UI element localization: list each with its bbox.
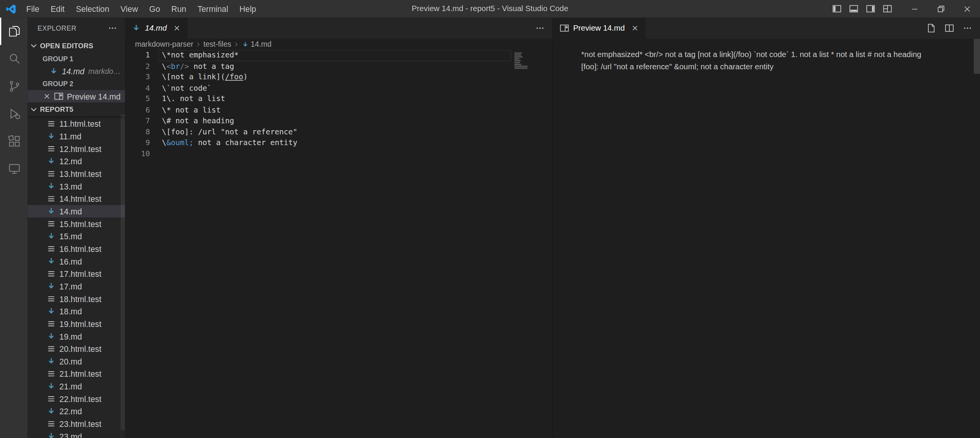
file-name: 19.md [59,332,82,341]
breadcrumb-item-folder[interactable]: test-files [203,40,231,49]
file-11.md[interactable]: 11.md [28,130,125,143]
file-15.md[interactable]: 15.md [28,230,125,243]
menubar: FileEditSelectionViewGoRunTerminalHelp [21,0,262,18]
file-12.md[interactable]: 12.md [28,155,125,168]
close-icon[interactable] [630,24,639,33]
line-number[interactable]: 9 [125,137,150,149]
minimap[interactable] [513,50,552,438]
code-line-7[interactable]: 7\# not a heading [125,116,553,127]
menu-run[interactable]: Run [166,0,192,18]
file-18.md[interactable]: 18.md [28,305,125,318]
code-line-5[interactable]: 51\. not a list [125,94,553,105]
menu-file[interactable]: File [21,0,45,18]
code-line-1[interactable]: 1\*not emphasized* [125,50,553,61]
folder-section-header[interactable]: REPORT5 [28,103,125,116]
file-23.md[interactable]: 23.md [28,430,125,438]
open-editors-header[interactable]: OPEN EDITORS [28,39,125,52]
activity-extensions[interactable] [0,127,28,155]
show-source-icon[interactable] [926,23,936,33]
layout-panel-icon[interactable] [849,4,859,14]
file-21.md[interactable]: 21.md [28,380,125,393]
restore-button[interactable] [928,0,954,18]
menu-selection[interactable]: Selection [70,0,115,18]
file-16.md[interactable]: 16.md [28,255,125,268]
file-name: 21.html.test [59,369,101,378]
file-12.html.test[interactable]: 12.html.test [28,142,125,155]
menu-terminal[interactable]: Terminal [192,0,234,18]
file-20.html.test[interactable]: 20.html.test [28,343,125,355]
line-number[interactable]: 2 [125,61,150,72]
menu-go[interactable]: Go [144,0,166,18]
file-14.html.test[interactable]: 14.html.test [28,193,125,205]
line-number[interactable]: 5 [125,94,150,105]
markdown-icon [46,156,56,166]
line-number[interactable]: 1 [125,50,150,61]
activity-search[interactable] [0,45,28,73]
file-16.html.test[interactable]: 16.html.test [28,242,125,255]
line-number[interactable]: 6 [125,105,150,116]
file-name: 16.html.test [59,244,101,253]
preview-scrollbar[interactable] [974,39,980,438]
code-editor[interactable]: 1\*not emphasized*2\<br/> not a tag3\[no… [125,50,553,438]
sidebar-title: EXPLORER [38,25,77,32]
more-actions-icon[interactable] [108,23,118,33]
breadcrumb-item-folder[interactable]: markdown-parser [135,40,193,49]
file-19.md[interactable]: 19.md [28,330,125,343]
line-number[interactable]: 7 [125,116,150,127]
layout-grid-icon[interactable] [882,4,892,14]
activity-source-control[interactable] [0,72,28,100]
menu-help[interactable]: Help [234,0,262,18]
file-22.html.test[interactable]: 22.html.test [28,392,125,405]
file-14.md[interactable]: 14.md [28,205,125,218]
line-number[interactable]: 8 [125,127,150,138]
close-icon[interactable] [42,92,51,101]
file-13.html.test[interactable]: 13.html.test [28,168,125,180]
file-17.html.test[interactable]: 17.html.test [28,268,125,280]
close-icon[interactable] [172,24,181,33]
file-18.html.test[interactable]: 18.html.test [28,293,125,305]
open-editor-name: 14.md [62,67,85,76]
more-actions-icon[interactable] [962,23,972,33]
line-number[interactable]: 4 [125,83,150,94]
activity-run-debug[interactable] [0,100,28,127]
file-name: 11.html.test [59,119,101,128]
line-number[interactable]: 10 [125,149,150,160]
file-11.html.test[interactable]: 11.html.test [28,118,125,130]
file-23.html.test[interactable]: 23.html.test [28,418,125,430]
open-editor-item-preview-14md[interactable]: Preview 14.md [28,90,125,103]
tab-preview-14md[interactable]: Preview 14.md [553,18,645,39]
file-17.md[interactable]: 17.md [28,280,125,293]
activity-remote-explorer[interactable] [0,155,28,183]
activity-explorer[interactable] [0,18,28,45]
code-line-2[interactable]: 2\<br/> not a tag [125,61,553,72]
menu-edit[interactable]: Edit [45,0,70,18]
breadcrumb-item-file[interactable]: 14.md [251,40,271,49]
file-22.md[interactable]: 22.md [28,405,125,418]
open-editor-item-14md[interactable]: 14.md markdown… [28,65,125,78]
layout-sidebar-left-icon[interactable] [832,4,842,14]
file-19.html.test[interactable]: 19.html.test [28,317,125,330]
close-window-button[interactable] [954,0,980,18]
code-line-10[interactable]: 10 [125,149,553,160]
menu-view[interactable]: View [115,0,144,18]
file-name: 15.html.test [59,219,101,228]
test-file-icon [46,144,56,154]
file-15.html.test[interactable]: 15.html.test [28,217,125,230]
minimize-button[interactable] [901,0,928,18]
code-line-3[interactable]: 3\[not a link](/foo) [125,72,553,83]
code-line-6[interactable]: 6\* not a list [125,105,553,116]
code-line-4[interactable]: 4\`not code` [125,83,553,94]
code-line-8[interactable]: 8\[foo]: /url "not a reference" [125,127,553,138]
window-controls [901,0,980,18]
more-actions-icon[interactable] [535,23,545,33]
split-editor-icon[interactable] [944,23,954,33]
file-20.md[interactable]: 20.md [28,355,125,368]
file-13.md[interactable]: 13.md [28,180,125,193]
line-number[interactable]: 3 [125,72,150,83]
layout-sidebar-right-icon[interactable] [866,4,875,14]
file-21.html.test[interactable]: 21.html.test [28,368,125,380]
sidebar-scrollbar[interactable] [121,114,125,430]
code-line-9[interactable]: 9\&ouml; not a character entity [125,137,553,149]
tab-14md[interactable]: 14.md [125,18,188,39]
folder-label: REPORT5 [40,106,73,113]
